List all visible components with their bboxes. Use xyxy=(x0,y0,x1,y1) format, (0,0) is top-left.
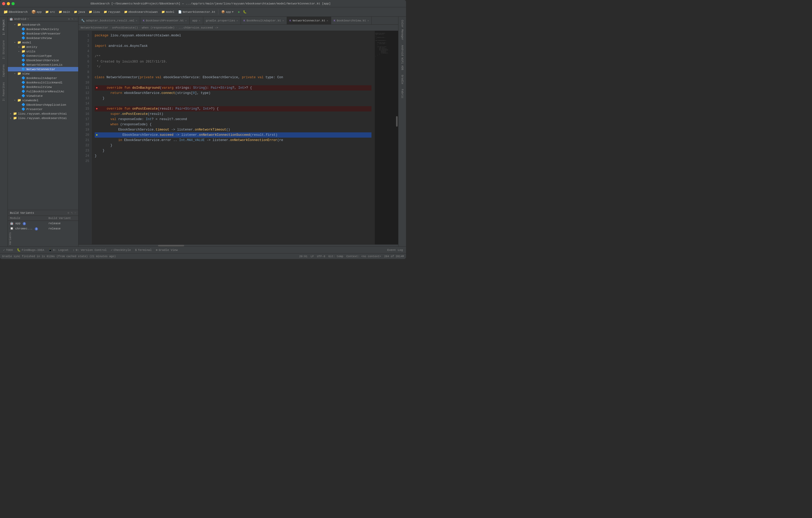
toolbar-liou[interactable]: 📁 liou xyxy=(87,10,101,14)
bottom-tab-gradle-view[interactable]: ⊕ Gradle View xyxy=(154,247,180,253)
tab-booksearchpresenter[interactable]: K BookSearchPresenter.kt ✕ xyxy=(140,17,190,24)
bottom-tab-vcs[interactable]: ↕ 9: Version Control xyxy=(70,248,109,253)
code-line-14 xyxy=(95,101,372,106)
horizontal-scrollbar[interactable] xyxy=(79,244,398,247)
code-line-4 xyxy=(95,49,372,54)
file-tree[interactable]: ▾ 📁 booksearch 🔷 BookSearchActivity 🔷 xyxy=(8,22,78,210)
toolbar-app[interactable]: 📦 app xyxy=(30,9,43,15)
right-tab-gradle[interactable]: Gradle xyxy=(400,73,405,86)
breadcrumb-item-1[interactable]: onPostExecute() xyxy=(112,26,138,29)
tabs-bar: 🔧 adapter_bookstore_result.xml ✕ K BookS… xyxy=(79,17,398,25)
tab-app[interactable]: app ✕ xyxy=(190,17,203,24)
info-dot-app: i xyxy=(23,222,26,225)
tree-item-BookResultView[interactable]: 🔷 BookResultView xyxy=(8,85,78,89)
bottom-tab-findbugs[interactable]: 🐛 FindBugs-IDEA xyxy=(15,247,46,253)
bv-row-app[interactable]: 🤖 app i release xyxy=(8,221,78,226)
tree-item-ViewState[interactable]: 🔷 ViewState xyxy=(8,94,78,98)
build-variants-header: Build Variants ⚙ ✎ − xyxy=(8,210,78,216)
code-line-10 xyxy=(95,80,372,85)
tab-nc-close[interactable]: ✕ xyxy=(327,19,328,22)
structure-tab[interactable]: 2: Structure xyxy=(0,38,7,62)
minimize-button[interactable] xyxy=(7,2,10,5)
code-line-5: /** xyxy=(95,54,372,59)
bottom-tab-logcat[interactable]: 📱 6: Logcat xyxy=(46,247,70,253)
tree-item-NetworkConnector[interactable]: 🔷 NetworkConnector xyxy=(8,67,78,71)
status-lf[interactable]: LF xyxy=(311,255,314,258)
toolbar-java[interactable]: 📁 java xyxy=(72,10,86,14)
toolbar-run-config[interactable]: 📦 app ▼ xyxy=(220,10,235,14)
status-encoding[interactable]: UTF-8 xyxy=(317,255,325,258)
tree-item-liou1[interactable]: ▸ 📁 liou.rayyuan.ebooksearchtai xyxy=(8,111,78,116)
bv-variant-app[interactable]: release xyxy=(46,221,78,226)
tree-item-FullBookStoreResultAc[interactable]: 🔷 FullBookStoreResultAc xyxy=(8,89,78,94)
tree-item-ConnectionType[interactable]: 🔷 ConnectionType xyxy=(8,54,78,58)
tree-item-BookSearchPresenter[interactable]: 🔷 BookSearchPresenter xyxy=(8,31,78,36)
tab-gradle-close[interactable]: ✕ xyxy=(236,19,238,22)
tab-gradle[interactable]: gradle.properties ✕ xyxy=(203,17,241,24)
toolbar-ebooksearchtaiwan[interactable]: 📁 ebooksearchtaiwan xyxy=(123,10,159,14)
code-line-18: when (responseCode) { xyxy=(95,122,372,127)
tree-item-utils[interactable]: ▸ 📁 utils xyxy=(8,49,78,54)
toolbar-project[interactable]: 📁 EBookSearch xyxy=(2,9,29,15)
tab-networkconnector[interactable]: K NetworkConnector.kt ✕ xyxy=(287,17,331,24)
tree-item-entity[interactable]: ▸ 📁 entity xyxy=(8,45,78,49)
maximize-button[interactable] xyxy=(11,2,14,5)
tree-item-BookResultClickHandl[interactable]: 🔷 BookResultClickHandl xyxy=(8,80,78,85)
status-position[interactable]: 20:91 xyxy=(299,255,308,258)
project-tab[interactable]: 1: Project xyxy=(0,17,7,38)
tab-presenter-close[interactable]: ✕ xyxy=(185,19,187,22)
tree-item-EbookSearchService[interactable]: 🔷 EbookSearchService xyxy=(8,58,78,62)
breadcrumb-item-2[interactable]: when (responseCode) xyxy=(142,26,174,29)
status-message: Gradle sync finished in 1s 812ms (from c… xyxy=(2,255,296,258)
toolbar-main[interactable]: 📁 main xyxy=(57,10,71,14)
tab-app-close[interactable]: ✕ xyxy=(199,19,200,22)
bv-row-chromec[interactable]: 🔲 chromec... i release xyxy=(8,226,78,231)
android-icon: 🤖 xyxy=(10,222,13,225)
toolbar-model[interactable]: 📁 model xyxy=(160,10,176,14)
favorites-tab[interactable]: 2: Favorites xyxy=(0,80,7,104)
tab-adapter-close[interactable]: ✕ xyxy=(136,19,137,22)
scroll-indicator[interactable] xyxy=(396,116,398,126)
tree-item-booksearch[interactable]: ▾ 📁 booksearch xyxy=(8,23,78,27)
right-tab-fabric[interactable]: Fabric xyxy=(400,87,405,100)
captures-tab[interactable]: Captures xyxy=(0,62,7,80)
line-numbers: 1234567891011121314151617181920212223242… xyxy=(79,31,92,244)
bottom-tab-terminal[interactable]: $ Terminal xyxy=(133,248,153,253)
tab-bsv-close[interactable]: ✕ xyxy=(367,19,369,22)
close-button[interactable] xyxy=(2,2,5,5)
h-scrollbar-thumb[interactable] xyxy=(158,245,184,247)
bv-variant-chromec[interactable]: release xyxy=(46,226,78,231)
project-icon: 📁 xyxy=(3,10,8,14)
code-content[interactable]: package liou.rayyuan.ebooksearchtaiwan.m… xyxy=(92,31,375,244)
status-git[interactable]: Git: temp xyxy=(328,255,343,258)
bottom-tab-todo[interactable]: ✓ TODO xyxy=(1,247,15,253)
tree-item-NetworkConnectionList[interactable]: 🔷 NetworkConnectionLis xyxy=(8,62,78,67)
tab-bookresult-close[interactable]: ✕ xyxy=(282,19,284,22)
tree-item-BookSearchView[interactable]: 🔷 BookSearchView xyxy=(8,36,78,40)
tree-item-viewmodel[interactable]: ▾ 📁 viewmodel xyxy=(8,98,78,103)
tree-item-BookSearchActivity[interactable]: 🔷 BookSearchActivity xyxy=(8,27,78,31)
run-button[interactable]: ▶ xyxy=(237,10,241,14)
tab-adapter[interactable]: 🔧 adapter_bookstore_result.xml ✕ xyxy=(79,17,140,24)
tree-item-liou2[interactable]: ▸ 📁 liou.rayyuan.ebooksearchtai xyxy=(8,116,78,120)
breadcrumb-item-3[interactable]: ...chService.succeed -> xyxy=(178,26,218,29)
breadcrumb-item-0[interactable]: NetworkConnector xyxy=(81,26,108,29)
tree-item-model[interactable]: ▾ 📁 model xyxy=(8,40,78,45)
bottom-tab-checkstyle[interactable]: ✓ CheckStyle xyxy=(109,247,133,253)
right-tab-wifi-adb[interactable]: Android WiFi ADB xyxy=(400,43,405,72)
toolbar-rayyuan[interactable]: 📁 rayyuan xyxy=(102,10,121,14)
tab-bookresult-icon: K xyxy=(243,19,245,22)
toolbar-file[interactable]: 📄 NetworkConnector.kt xyxy=(177,10,216,14)
right-tab-color-manager[interactable]: Color Manager xyxy=(400,18,405,42)
debug-button[interactable]: 🐛 xyxy=(242,10,248,14)
tree-item-Presenter[interactable]: 🔷 Presenter xyxy=(8,107,78,111)
toolbar: 📁 EBookSearch 📦 app 📁 src 📁 main 📁 java … xyxy=(0,7,406,17)
tab-booksearchview[interactable]: K BookSearchView.kt ✕ xyxy=(331,17,372,24)
tree-item-EBookSearchApplication[interactable]: 🔷 EBookSearchApplication xyxy=(8,103,78,107)
toolbar-src[interactable]: 📁 src xyxy=(44,10,56,14)
tree-item-view[interactable]: ▾ 📁 view xyxy=(8,71,78,76)
tree-item-BookResultAdapter[interactable]: 🔷 BookResultAdapter xyxy=(8,76,78,80)
bottom-tab-event-log[interactable]: Event Log xyxy=(385,248,405,253)
tab-bookresultadapter[interactable]: K BookResultAdapter.kt ✕ xyxy=(241,17,287,24)
code-line-23: } xyxy=(95,148,372,153)
